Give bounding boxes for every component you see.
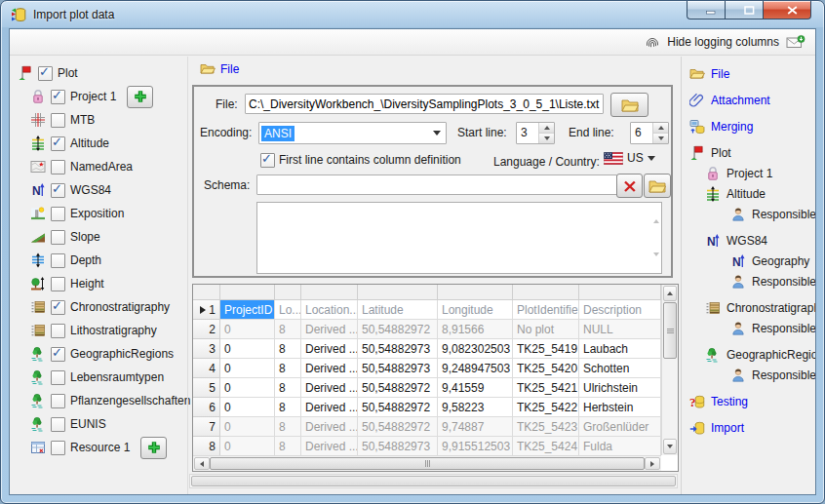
grid-cell[interactable]: 8 xyxy=(275,320,301,339)
grid-horizontal-scrollbar[interactable] xyxy=(193,455,661,471)
grid-cell[interactable]: 8 xyxy=(275,339,301,359)
grid-cell[interactable]: Großenlüder xyxy=(579,417,661,437)
grid-corner-cell[interactable] xyxy=(193,285,220,299)
grid-cell[interactable]: 8 xyxy=(275,378,301,398)
row-header-2[interactable]: 2 xyxy=(193,320,220,339)
chronostratigraphy-checkbox[interactable] xyxy=(51,300,65,315)
grid-cell[interactable]: TK25_5424 xyxy=(513,437,579,455)
namedarea-checkbox[interactable] xyxy=(51,160,65,174)
grid-cell[interactable]: 50,54882973 xyxy=(358,359,438,378)
grid-cell[interactable]: TK25_5422 xyxy=(513,398,579,417)
geographicregions-checkbox[interactable] xyxy=(51,347,65,362)
grid-cell[interactable]: TK25_5420 xyxy=(513,359,579,378)
grid-cell[interactable]: 50,54882972 xyxy=(358,320,438,339)
grid-column-header[interactable] xyxy=(438,285,513,299)
scroll-right-icon[interactable] xyxy=(645,457,660,470)
grid-cell[interactable]: 0 xyxy=(220,417,275,437)
grid-cell[interactable]: Fulda xyxy=(579,437,661,455)
wgs84-checkbox[interactable] xyxy=(51,183,65,198)
depth-checkbox[interactable] xyxy=(51,253,65,268)
maximize-button[interactable] xyxy=(725,1,763,19)
grid-cell[interactable]: Longitude xyxy=(438,300,513,320)
grid-cell[interactable]: Laubach xyxy=(579,339,661,359)
project-1-checkbox[interactable] xyxy=(51,90,65,104)
row-header-6[interactable]: 6 xyxy=(193,398,220,417)
grid-cell[interactable]: 50,54882972 xyxy=(358,398,438,417)
add-project-1-button[interactable] xyxy=(127,86,153,108)
grid-cell[interactable]: 0 xyxy=(220,437,275,455)
start-line-stepper[interactable]: 3 xyxy=(516,122,555,144)
grid-cell[interactable]: ProjectID xyxy=(220,300,275,320)
lithostratigraphy-checkbox[interactable] xyxy=(51,324,65,338)
grid-cell[interactable]: PlotIdentifier xyxy=(513,300,579,320)
right-item-import[interactable]: Import xyxy=(689,418,815,438)
grid-cell[interactable]: 8 xyxy=(275,437,301,455)
right-item-merging[interactable]: Merging xyxy=(689,117,815,136)
grid-column-header[interactable] xyxy=(301,285,358,299)
right-item-attachment[interactable]: Attachment xyxy=(689,91,815,110)
grid-cell[interactable]: 0 xyxy=(220,378,275,398)
grid-cell[interactable]: Derived ... xyxy=(301,359,358,378)
grid-cell[interactable]: 9,74887 xyxy=(438,417,513,437)
grid-column-header[interactable] xyxy=(579,285,661,299)
scroll-down-icon[interactable] xyxy=(663,439,677,454)
language-country-select[interactable]: US xyxy=(604,151,655,165)
grid-cell[interactable]: 8,91566 xyxy=(438,320,513,339)
slope-checkbox[interactable] xyxy=(51,230,65,245)
grid-column-header[interactable] xyxy=(220,285,275,299)
grid-cell[interactable]: 0 xyxy=(220,320,275,339)
grid-cell[interactable]: Derived ... xyxy=(301,378,358,398)
row-header-8[interactable]: 8 xyxy=(193,437,220,455)
eunis-checkbox[interactable] xyxy=(51,417,65,432)
grid-cell[interactable]: 9,915512503 xyxy=(438,437,513,455)
altitude-checkbox[interactable] xyxy=(51,136,65,151)
schema-preview-box[interactable] xyxy=(256,202,662,274)
grid-column-header[interactable] xyxy=(275,285,301,299)
height-checkbox[interactable] xyxy=(51,277,65,291)
grid-cell[interactable]: No plot xyxy=(513,320,579,339)
grid-cell[interactable]: 0 xyxy=(220,359,275,378)
end-line-stepper[interactable]: 6 xyxy=(630,122,669,144)
lebensraumtypen-checkbox[interactable] xyxy=(51,370,65,385)
grid-cell[interactable]: TK25_5421 xyxy=(513,378,579,398)
pflanzengesellschaften-checkbox[interactable] xyxy=(51,394,65,408)
grid-cell[interactable]: Derived ... xyxy=(301,320,358,339)
grid-cell[interactable]: 9,082302503 xyxy=(438,339,513,359)
grid-vertical-scrollbar[interactable] xyxy=(661,285,678,455)
scroll-up-icon[interactable] xyxy=(663,286,677,301)
right-item-file[interactable]: File xyxy=(689,64,815,84)
schema-input[interactable] xyxy=(256,174,617,195)
grid-cell[interactable]: 9,248947503 xyxy=(438,359,513,378)
add-resource-1-button[interactable] xyxy=(140,437,167,459)
grid-cell[interactable]: Latitude xyxy=(358,300,438,320)
encoding-dropdown-arrow-icon[interactable] xyxy=(429,124,445,142)
resource-1-checkbox[interactable] xyxy=(51,441,65,455)
row-header-5[interactable]: 5 xyxy=(193,378,220,398)
browse-file-button[interactable] xyxy=(610,93,648,117)
clear-schema-button[interactable] xyxy=(616,174,643,198)
row-header-1[interactable]: 1 xyxy=(193,300,220,320)
grid-cell[interactable]: Derived ... xyxy=(301,417,358,437)
grid-cell[interactable]: TK25_5419 xyxy=(513,339,579,359)
start-line-up-icon[interactable] xyxy=(539,123,554,134)
hide-logging-columns-button[interactable]: Hide logging columns xyxy=(667,35,779,49)
grid-cell[interactable]: 50,54882973 xyxy=(358,437,438,455)
grid-cell[interactable]: Ulrichstein xyxy=(579,378,661,398)
grid-cell[interactable]: 9,58223 xyxy=(438,398,513,417)
plot-checkbox[interactable] xyxy=(38,66,53,81)
first-line-checkbox[interactable] xyxy=(260,153,275,168)
grid-cell[interactable]: 50,54882973 xyxy=(358,339,438,359)
grid-cell[interactable]: 50,54882972 xyxy=(358,417,438,437)
grid-cell[interactable]: Schotten xyxy=(579,359,661,378)
grid-cell[interactable]: 0 xyxy=(220,339,275,359)
grid-cell[interactable]: 8 xyxy=(275,359,301,378)
file-path-input[interactable] xyxy=(245,94,604,114)
encoding-select[interactable]: ANSI xyxy=(258,122,447,144)
grid-cell[interactable]: Description xyxy=(579,300,661,320)
grid-cell[interactable]: Lo... xyxy=(275,300,301,320)
grid-cell[interactable]: NULL xyxy=(579,320,661,339)
panel-horizontal-scrollbar[interactable] xyxy=(189,474,678,488)
row-header-3[interactable]: 3 xyxy=(193,339,220,359)
grid-cell[interactable]: Derived ... xyxy=(301,339,358,359)
vscroll-thumb[interactable] xyxy=(663,302,677,359)
